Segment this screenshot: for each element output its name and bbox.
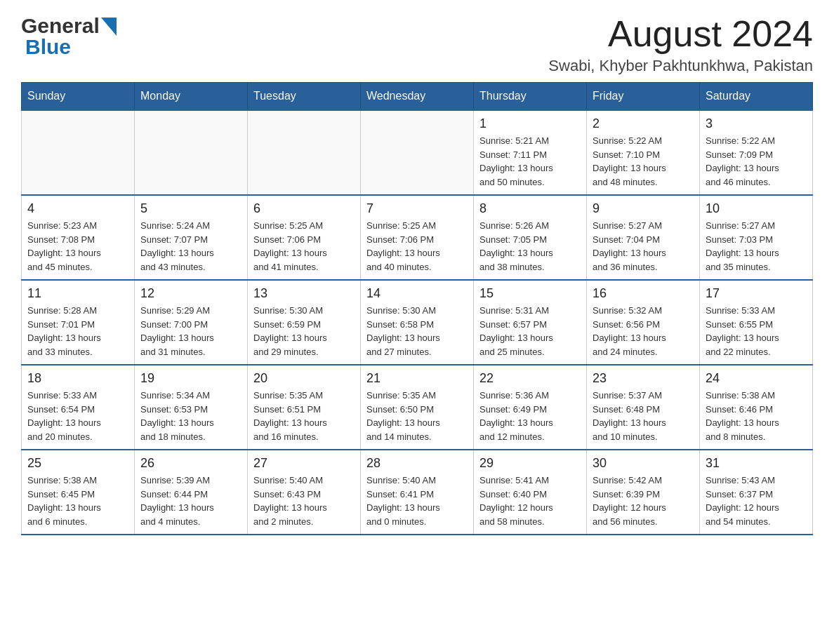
day-info: Sunrise: 5:22 AM Sunset: 7:09 PM Dayligh… — [706, 134, 807, 189]
svg-marker-0 — [101, 18, 117, 36]
day-info: Sunrise: 5:35 AM Sunset: 6:51 PM Dayligh… — [253, 389, 355, 443]
calendar-cell — [248, 110, 361, 195]
day-info: Sunrise: 5:42 AM Sunset: 6:39 PM Dayligh… — [593, 474, 694, 528]
weekday-header-saturday: Saturday — [700, 83, 813, 111]
calendar-cell: 30Sunrise: 5:42 AM Sunset: 6:39 PM Dayli… — [587, 450, 700, 535]
day-number: 23 — [593, 371, 694, 386]
day-number: 21 — [366, 371, 468, 386]
day-number: 7 — [366, 201, 468, 216]
day-info: Sunrise: 5:39 AM Sunset: 6:44 PM Dayligh… — [140, 474, 241, 528]
calendar-cell: 8Sunrise: 5:26 AM Sunset: 7:05 PM Daylig… — [474, 195, 587, 280]
calendar-cell: 6Sunrise: 5:25 AM Sunset: 7:06 PM Daylig… — [248, 195, 361, 280]
day-info: Sunrise: 5:30 AM Sunset: 6:58 PM Dayligh… — [366, 304, 468, 358]
day-info: Sunrise: 5:32 AM Sunset: 6:56 PM Dayligh… — [593, 304, 694, 358]
day-number: 4 — [27, 201, 128, 216]
day-info: Sunrise: 5:26 AM Sunset: 7:05 PM Dayligh… — [479, 219, 581, 274]
calendar-cell: 31Sunrise: 5:43 AM Sunset: 6:37 PM Dayli… — [700, 450, 813, 535]
calendar-cell: 3Sunrise: 5:22 AM Sunset: 7:09 PM Daylig… — [700, 110, 813, 195]
day-number: 31 — [706, 456, 807, 471]
day-number: 26 — [140, 456, 241, 471]
day-number: 11 — [27, 286, 128, 301]
calendar-cell: 5Sunrise: 5:24 AM Sunset: 7:07 PM Daylig… — [135, 195, 248, 280]
day-number: 29 — [479, 456, 581, 471]
calendar-cell — [22, 110, 135, 195]
weekday-header-friday: Friday — [587, 83, 700, 111]
day-number: 24 — [706, 371, 807, 386]
title-block: August 2024 Swabi, Khyber Pakhtunkhwa, P… — [548, 14, 813, 75]
calendar-table: SundayMondayTuesdayWednesdayThursdayFrid… — [21, 82, 813, 535]
day-info: Sunrise: 5:36 AM Sunset: 6:49 PM Dayligh… — [479, 389, 581, 443]
day-number: 10 — [706, 201, 807, 216]
calendar-cell: 22Sunrise: 5:36 AM Sunset: 6:49 PM Dayli… — [474, 365, 587, 450]
day-number: 20 — [253, 371, 355, 386]
day-number: 16 — [593, 286, 694, 301]
logo: General Blue — [21, 14, 117, 59]
logo-blue-text: Blue — [25, 35, 71, 59]
calendar-cell: 29Sunrise: 5:41 AM Sunset: 6:40 PM Dayli… — [474, 450, 587, 535]
calendar-week-row: 18Sunrise: 5:33 AM Sunset: 6:54 PM Dayli… — [22, 365, 813, 450]
calendar-cell: 16Sunrise: 5:32 AM Sunset: 6:56 PM Dayli… — [587, 280, 700, 365]
day-number: 6 — [253, 201, 355, 216]
calendar-cell: 25Sunrise: 5:38 AM Sunset: 6:45 PM Dayli… — [22, 450, 135, 535]
calendar-cell: 27Sunrise: 5:40 AM Sunset: 6:43 PM Dayli… — [248, 450, 361, 535]
weekday-header-sunday: Sunday — [22, 83, 135, 111]
page-header: General Blue August 2024 Swabi, Khyber P… — [21, 14, 813, 75]
calendar-cell: 7Sunrise: 5:25 AM Sunset: 7:06 PM Daylig… — [361, 195, 474, 280]
calendar-cell: 4Sunrise: 5:23 AM Sunset: 7:08 PM Daylig… — [22, 195, 135, 280]
calendar-cell — [135, 110, 248, 195]
day-info: Sunrise: 5:41 AM Sunset: 6:40 PM Dayligh… — [479, 474, 581, 528]
day-info: Sunrise: 5:25 AM Sunset: 7:06 PM Dayligh… — [253, 219, 355, 274]
day-number: 19 — [140, 371, 241, 386]
day-number: 22 — [479, 371, 581, 386]
weekday-header-tuesday: Tuesday — [248, 83, 361, 111]
day-info: Sunrise: 5:29 AM Sunset: 7:00 PM Dayligh… — [140, 304, 241, 358]
day-number: 13 — [253, 286, 355, 301]
weekday-header-thursday: Thursday — [474, 83, 587, 111]
calendar-cell: 10Sunrise: 5:27 AM Sunset: 7:03 PM Dayli… — [700, 195, 813, 280]
day-number: 9 — [593, 201, 694, 216]
calendar-cell: 9Sunrise: 5:27 AM Sunset: 7:04 PM Daylig… — [587, 195, 700, 280]
logo-general-text: General — [21, 14, 100, 38]
calendar-cell: 1Sunrise: 5:21 AM Sunset: 7:11 PM Daylig… — [474, 110, 587, 195]
calendar-week-row: 25Sunrise: 5:38 AM Sunset: 6:45 PM Dayli… — [22, 450, 813, 535]
day-info: Sunrise: 5:30 AM Sunset: 6:59 PM Dayligh… — [253, 304, 355, 358]
day-info: Sunrise: 5:38 AM Sunset: 6:46 PM Dayligh… — [706, 389, 807, 443]
day-number: 17 — [706, 286, 807, 301]
calendar-cell: 11Sunrise: 5:28 AM Sunset: 7:01 PM Dayli… — [22, 280, 135, 365]
calendar-header-row: SundayMondayTuesdayWednesdayThursdayFrid… — [22, 83, 813, 111]
weekday-header-monday: Monday — [135, 83, 248, 111]
day-number: 12 — [140, 286, 241, 301]
calendar-cell: 21Sunrise: 5:35 AM Sunset: 6:50 PM Dayli… — [361, 365, 474, 450]
day-info: Sunrise: 5:37 AM Sunset: 6:48 PM Dayligh… — [593, 389, 694, 443]
day-info: Sunrise: 5:27 AM Sunset: 7:04 PM Dayligh… — [593, 219, 694, 274]
day-info: Sunrise: 5:25 AM Sunset: 7:06 PM Dayligh… — [366, 219, 468, 274]
day-info: Sunrise: 5:40 AM Sunset: 6:41 PM Dayligh… — [366, 474, 468, 528]
day-number: 14 — [366, 286, 468, 301]
day-info: Sunrise: 5:33 AM Sunset: 6:54 PM Dayligh… — [27, 389, 128, 443]
day-info: Sunrise: 5:21 AM Sunset: 7:11 PM Dayligh… — [479, 134, 581, 189]
calendar-cell: 26Sunrise: 5:39 AM Sunset: 6:44 PM Dayli… — [135, 450, 248, 535]
logo-triangle-icon — [101, 18, 117, 36]
weekday-header-wednesday: Wednesday — [361, 83, 474, 111]
day-info: Sunrise: 5:27 AM Sunset: 7:03 PM Dayligh… — [706, 219, 807, 274]
day-number: 27 — [253, 456, 355, 471]
day-info: Sunrise: 5:35 AM Sunset: 6:50 PM Dayligh… — [366, 389, 468, 443]
calendar-week-row: 11Sunrise: 5:28 AM Sunset: 7:01 PM Dayli… — [22, 280, 813, 365]
calendar-cell: 17Sunrise: 5:33 AM Sunset: 6:55 PM Dayli… — [700, 280, 813, 365]
day-number: 1 — [479, 116, 581, 131]
day-number: 8 — [479, 201, 581, 216]
calendar-cell: 19Sunrise: 5:34 AM Sunset: 6:53 PM Dayli… — [135, 365, 248, 450]
day-info: Sunrise: 5:31 AM Sunset: 6:57 PM Dayligh… — [479, 304, 581, 358]
calendar-cell: 12Sunrise: 5:29 AM Sunset: 7:00 PM Dayli… — [135, 280, 248, 365]
day-info: Sunrise: 5:33 AM Sunset: 6:55 PM Dayligh… — [706, 304, 807, 358]
day-number: 2 — [593, 116, 694, 131]
calendar-cell: 23Sunrise: 5:37 AM Sunset: 6:48 PM Dayli… — [587, 365, 700, 450]
calendar-cell: 24Sunrise: 5:38 AM Sunset: 6:46 PM Dayli… — [700, 365, 813, 450]
day-info: Sunrise: 5:23 AM Sunset: 7:08 PM Dayligh… — [27, 219, 128, 274]
day-number: 30 — [593, 456, 694, 471]
day-info: Sunrise: 5:22 AM Sunset: 7:10 PM Dayligh… — [593, 134, 694, 189]
day-number: 25 — [27, 456, 128, 471]
calendar-cell: 13Sunrise: 5:30 AM Sunset: 6:59 PM Dayli… — [248, 280, 361, 365]
day-info: Sunrise: 5:28 AM Sunset: 7:01 PM Dayligh… — [27, 304, 128, 358]
calendar-cell — [361, 110, 474, 195]
